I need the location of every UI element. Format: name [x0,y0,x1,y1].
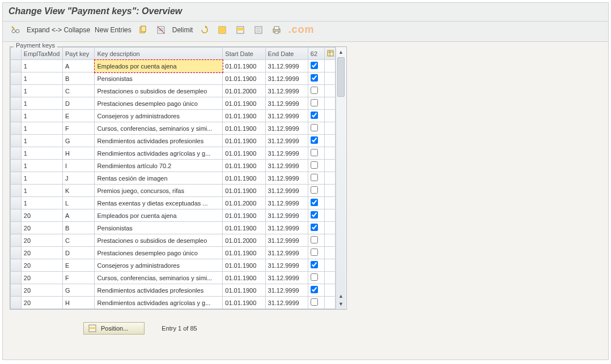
cell-end-date[interactable]: 31.12.9999 [265,172,308,185]
undo-change-button[interactable] [197,24,211,36]
cell-start-date[interactable]: 01.01.2000 [223,197,265,209]
toggle-display-change-button[interactable] [9,24,22,36]
scroll-down-button[interactable]: ▼ [337,300,345,308]
cell-key-description[interactable]: Rendimientos artículo 70.2 [95,160,223,172]
row-selector[interactable] [11,160,22,172]
cell-key-description[interactable]: Rendimientos actividades agrícolas y g..… [95,297,223,309]
row-selector[interactable] [11,97,22,110]
row-selector[interactable] [11,85,22,97]
cell-62-checkbox[interactable] [308,85,324,97]
cell-empl-tax-mod[interactable]: 1 [21,85,62,97]
cell-payt-key[interactable]: J [63,172,95,185]
col-key-description[interactable]: Key description [95,48,223,60]
deselect-all-button[interactable] [252,24,265,36]
select-block-button[interactable] [234,24,247,36]
cell-end-date[interactable]: 31.12.9999 [265,222,308,234]
scroll-down-page-button[interactable]: ▲ [337,292,345,300]
scroll-thumb[interactable] [337,57,345,97]
cell-key-description[interactable]: Prestaciones o subsidios de desempleo [95,234,223,247]
cell-start-date[interactable]: 01.01.2000 [223,234,265,247]
print-button[interactable] [270,24,283,36]
cell-end-date[interactable]: 31.12.9999 [265,60,308,72]
checkbox-62[interactable] [311,112,318,119]
cell-62-checkbox[interactable] [308,297,324,309]
cell-start-date[interactable]: 01.01.1900 [223,185,265,197]
table-settings-button[interactable] [325,48,336,60]
cell-empl-tax-mod[interactable]: 1 [21,197,62,209]
checkbox-62[interactable] [311,74,318,82]
cell-start-date[interactable]: 01.01.2000 [223,85,265,97]
scroll-track[interactable] [336,56,346,292]
checkbox-62[interactable] [311,174,318,181]
cell-start-date[interactable]: 01.01.1900 [223,272,265,284]
cell-empl-tax-mod[interactable]: 1 [21,97,62,110]
col-payt-key[interactable]: Payt key [63,48,95,60]
cell-payt-key[interactable]: L [63,197,95,209]
cell-payt-key[interactable]: F [63,122,95,135]
row-selector[interactable] [11,172,22,185]
cell-62-checkbox[interactable] [308,234,324,247]
checkbox-62[interactable] [311,99,318,106]
cell-empl-tax-mod[interactable]: 1 [21,60,62,72]
cell-empl-tax-mod[interactable]: 20 [21,222,62,234]
row-selector[interactable] [11,297,22,309]
cell-62-checkbox[interactable] [308,209,324,222]
row-selector[interactable] [11,284,22,297]
cell-end-date[interactable]: 31.12.9999 [265,284,308,297]
cell-end-date[interactable]: 31.12.9999 [265,147,308,160]
checkbox-62[interactable] [311,211,318,219]
checkbox-62[interactable] [311,124,318,131]
cell-start-date[interactable]: 01.01.1900 [223,97,265,110]
checkbox-62[interactable] [311,87,318,94]
cell-62-checkbox[interactable] [308,259,324,272]
cell-empl-tax-mod[interactable]: 1 [21,160,62,172]
cell-empl-tax-mod[interactable]: 1 [21,185,62,197]
cell-end-date[interactable]: 31.12.9999 [265,247,308,259]
cell-start-date[interactable]: 01.01.1900 [223,147,265,160]
cell-key-description[interactable]: Cursos, conferencias, seminarios y simi.… [95,272,223,284]
cell-key-description[interactable]: Prestaciones desempleo pago único [95,97,223,110]
cell-end-date[interactable]: 31.12.9999 [265,259,308,272]
cell-end-date[interactable]: 31.12.9999 [265,197,308,209]
cell-start-date[interactable]: 01.01.1900 [223,135,265,147]
expand-collapse-button[interactable]: Expand <-> Collapse [27,26,90,34]
checkbox-62[interactable] [311,298,318,306]
vertical-scrollbar[interactable]: ▲ ▲ ▼ [336,47,346,309]
cell-62-checkbox[interactable] [308,110,324,122]
checkbox-62[interactable] [311,136,318,144]
cell-payt-key[interactable]: I [63,160,95,172]
col-row-selector[interactable] [11,48,22,60]
cell-payt-key[interactable]: F [63,272,95,284]
cell-start-date[interactable]: 01.01.1900 [223,110,265,122]
cell-empl-tax-mod[interactable]: 20 [21,259,62,272]
cell-key-description[interactable]: Consejeros y administradores [95,110,223,122]
row-selector[interactable] [11,222,22,234]
checkbox-62[interactable] [311,199,318,206]
cell-62-checkbox[interactable] [308,160,324,172]
position-button[interactable]: Position... [83,322,145,335]
row-selector[interactable] [11,135,22,147]
cell-payt-key[interactable]: D [63,97,95,110]
cell-empl-tax-mod[interactable]: 20 [21,234,62,247]
cell-key-description[interactable]: Pensionistas [95,72,223,85]
cell-payt-key[interactable]: H [63,147,95,160]
checkbox-62[interactable] [311,149,318,156]
cell-end-date[interactable]: 31.12.9999 [265,122,308,135]
checkbox-62[interactable] [311,62,318,69]
cell-end-date[interactable]: 31.12.9999 [265,272,308,284]
cell-62-checkbox[interactable] [308,172,324,185]
cell-key-description[interactable]: Prestaciones o subsidios de desempleo [95,85,223,97]
col-end-date[interactable]: End Date [265,48,308,60]
cell-empl-tax-mod[interactable]: 20 [21,297,62,309]
cell-62-checkbox[interactable] [308,135,324,147]
checkbox-62[interactable] [311,273,318,281]
cell-key-description[interactable]: Cursos, conferencias, seminarios y simi.… [95,122,223,135]
cell-62-checkbox[interactable] [308,197,324,209]
col-empl-tax-mod[interactable]: EmplTaxMod [21,48,62,60]
checkbox-62[interactable] [311,261,318,268]
cell-payt-key[interactable]: A [63,60,95,72]
cell-payt-key[interactable]: B [63,222,95,234]
copy-as-button[interactable] [136,24,150,36]
cell-end-date[interactable]: 31.12.9999 [265,72,308,85]
select-all-button[interactable] [215,24,229,36]
